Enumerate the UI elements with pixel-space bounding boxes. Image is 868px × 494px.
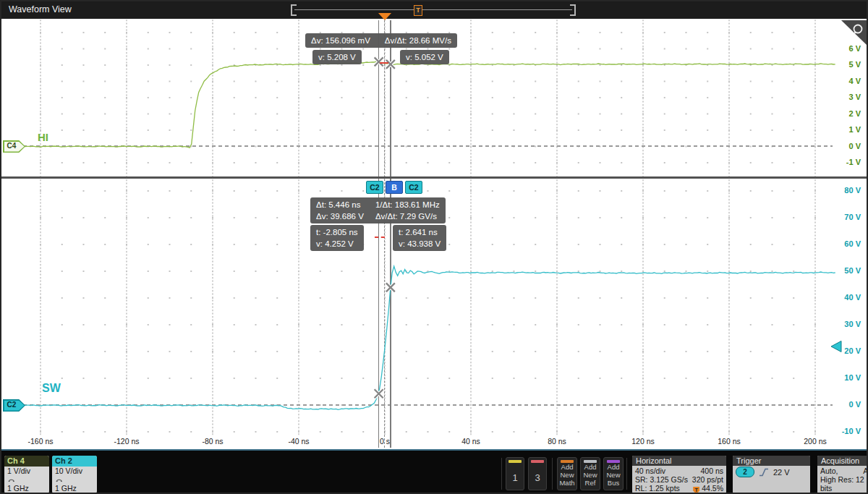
- cursor-source-badge-c2[interactable]: C2: [366, 181, 383, 194]
- acquisition-mode-clipped: Ana: [863, 467, 868, 475]
- time-tick-label: 120 ns: [621, 437, 665, 446]
- v-tick-label: 40 V: [835, 293, 861, 302]
- v-tick-label: 6 V: [835, 44, 861, 53]
- cursor-source-badge-b[interactable]: B: [386, 181, 403, 194]
- trigger-position-flag[interactable]: T: [414, 5, 422, 16]
- v-tick-label: -1 V: [835, 158, 861, 166]
- waveform-button-1[interactable]: 1: [506, 457, 524, 490]
- toolbar-divider: [626, 458, 627, 490]
- acquisition-resolution: High Res: 12 bits: [820, 475, 868, 493]
- trigger-time-line: [384, 20, 385, 448]
- voltage-axis-top: 6 V5 V4 V3 V2 V1 V0 V-1 V: [835, 19, 862, 176]
- channel-badge-c2[interactable]: C2: [3, 399, 25, 412]
- cursor-b-voltage: v: 43.938 V: [399, 238, 441, 250]
- time-tick-label: 0 s: [363, 437, 407, 446]
- v-tick-label: 0 V: [835, 142, 861, 150]
- channel-card-ch2[interactable]: Ch 210 V/div1 GHz: [52, 456, 97, 493]
- plot-separator[interactable]: [1, 176, 867, 179]
- time-tick-label: 160 ns: [707, 437, 751, 446]
- overview-track: [294, 9, 572, 10]
- channel-card-title: Ch 4: [4, 456, 49, 467]
- horizontal-row: 40 ns/div400 ns: [635, 467, 723, 475]
- time-axis: -160 ns-120 ns-80 ns-40 ns0 s40 ns80 ns1…: [1, 435, 868, 448]
- time-tick-label: 200 ns: [793, 437, 837, 446]
- inverse-delta-t-value: 1/Δt: 183.61 MHz: [375, 199, 440, 210]
- voltage-axis-bottom: 80 V70 V60 V50 V40 V30 V20 V10 V0 V-10 V: [835, 179, 862, 436]
- horizontal-row: RL: 1.25 kptsT44.5%: [635, 484, 723, 493]
- cursor-a-readout[interactable]: t: -2.805 ns v: 4.252 V: [310, 225, 364, 251]
- cursor-b-time: t: 2.641 ns: [399, 226, 441, 238]
- v-tick-label: 3 V: [835, 93, 861, 101]
- v-tick-label: 60 V: [835, 239, 861, 248]
- zero-volt-line-top: [23, 145, 833, 147]
- horizontal-panel-title: Horizontal: [632, 456, 726, 466]
- trace-label-hi: HI: [38, 131, 48, 143]
- time-tick-label: -40 ns: [277, 437, 320, 446]
- channel-color-stripe: [509, 460, 522, 463]
- rising-edge-icon: [759, 468, 769, 477]
- cursor-a-time: t: -2.805 ns: [316, 226, 358, 238]
- add-new-math-button[interactable]: AddNewMath: [557, 457, 577, 490]
- cursor-source-badges: C2BC2: [366, 181, 422, 194]
- trigger-level-value: 22 V: [773, 468, 790, 477]
- v-tick-label: -10 V: [835, 427, 861, 435]
- v-tick-label: 4 V: [835, 77, 861, 85]
- window-title: Waveform View: [9, 4, 72, 14]
- channel-card-ch4[interactable]: Ch 41 V/div1 GHz: [4, 456, 49, 493]
- add-new-bus-button[interactable]: AddNewBus: [603, 457, 624, 490]
- v-tick-label: 0 V: [835, 400, 861, 409]
- v-tick-label: 1 V: [835, 125, 861, 134]
- cursor-b-line[interactable]: [390, 20, 391, 448]
- v-tick-label: 5 V: [835, 60, 861, 69]
- v-tick-label: 2 V: [835, 109, 861, 118]
- v-tick-label: 80 V: [835, 186, 861, 195]
- channel-color-stripe: [531, 460, 544, 463]
- horizontal-row: SR: 3.125 GS/s320 ps/pt: [635, 475, 723, 484]
- cursor-source-badge-c2[interactable]: C2: [405, 181, 422, 194]
- cursor-b-voltage-top[interactable]: v: 5.052 V: [400, 50, 449, 64]
- channel-scale: 1 V/div: [4, 467, 49, 475]
- delta-t-value: Δt: 5.446 ns: [316, 199, 364, 210]
- cursor-readout-top-delta[interactable]: Δv: 156.096 mV Δv/Δt: 28.66 MV/s: [305, 33, 457, 48]
- overview-left-bracket[interactable]: [291, 4, 297, 16]
- time-tick-label: -80 ns: [191, 437, 234, 446]
- zero-volt-line-bottom: [23, 404, 833, 406]
- waveform-button-3[interactable]: 3: [528, 457, 547, 490]
- cursor-b-readout[interactable]: t: 2.641 ns v: 43.938 V: [393, 225, 446, 251]
- delta-v-value: Δv: 156.096 mV: [311, 35, 370, 46]
- cursor-mid-indicator-top: [380, 62, 388, 64]
- horizontal-overview-slider[interactable]: T: [291, 4, 576, 16]
- acquisition-panel-title: Acquisition: [817, 456, 868, 466]
- oscilloscope-screen: Waveform View T C4 HI C2 SW 6 V5 V4 V3 V…: [0, 0, 868, 494]
- time-tick-label: 80 ns: [535, 437, 579, 446]
- toolbar-divider: [552, 458, 553, 490]
- cursor-readout-bottom-delta[interactable]: Δt: 5.446 ns 1/Δt: 183.61 MHz Δv: 39.686…: [310, 197, 446, 223]
- v-tick-label: 30 V: [835, 320, 861, 328]
- cursor-a-line[interactable]: [378, 20, 380, 448]
- delta-v-per-t-value: Δv/Δt: 28.66 MV/s: [385, 35, 451, 46]
- v-tick-label: 70 V: [835, 213, 861, 221]
- time-tick-label: -160 ns: [19, 437, 62, 446]
- channel-badge-c4[interactable]: C4: [3, 140, 25, 153]
- v-tick-label: 50 V: [835, 266, 861, 275]
- channel-card-title: Ch 2: [52, 456, 97, 467]
- time-tick-label: -120 ns: [105, 437, 148, 446]
- trigger-position-marker-icon[interactable]: [378, 13, 391, 20]
- probe-icon: [55, 476, 63, 482]
- overview-right-bracket[interactable]: [570, 4, 576, 16]
- trigger-panel[interactable]: Trigger 2 22 V: [733, 456, 810, 493]
- channel-bandwidth: 1 GHz: [4, 484, 49, 493]
- trigger-source-badge: 2: [736, 467, 754, 477]
- toolbar-divider: [501, 458, 502, 490]
- delta-v-value: Δv: 39.686 V: [316, 210, 364, 222]
- cursor-mid-indicator-bottom: [375, 237, 385, 238]
- acquisition-count: 109 Acqs: [820, 493, 851, 493]
- v-tick-label: 20 V: [835, 346, 861, 355]
- acquisition-panel[interactable]: Acquisition Auto, Ana High Res: 12 bits …: [817, 456, 868, 493]
- horizontal-panel[interactable]: Horizontal 40 ns/div400 nsSR: 3.125 GS/s…: [632, 456, 726, 493]
- time-tick-label: 40 ns: [449, 437, 493, 446]
- cursor-a-voltage-top[interactable]: v: 5.208 V: [312, 50, 362, 64]
- add-new-ref-button[interactable]: AddNewRef: [580, 457, 600, 490]
- acquisition-mode: Auto,: [820, 467, 838, 475]
- slew-rate-value: Δv/Δt: 7.29 GV/s: [375, 210, 440, 222]
